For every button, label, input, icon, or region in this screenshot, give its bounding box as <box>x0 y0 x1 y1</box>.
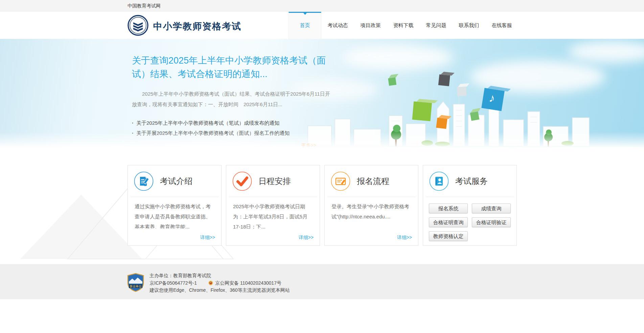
more-link[interactable]: 更多>> <box>132 143 316 147</box>
feature-cards: 考试介绍 通过实施中小学教师资格考试，考查申请人是否具备教师职业道德、基本素养、… <box>128 165 517 246</box>
police-badge-icon <box>208 281 213 285</box>
card-text: 登录。考生登录“中小学教师资格考试”(http://ntce.neea.edu.… <box>325 197 418 229</box>
badge-label: 事业单位 <box>130 285 142 288</box>
city-skyline-illustration <box>304 95 602 146</box>
card-text: 2025年中小学教师资格考试日期为：上半年笔试3月8日，面试5月17-18日；下… <box>226 197 320 229</box>
police-number: 京公网安备 11040202430017号 <box>215 280 281 287</box>
site-title: 中小学教师资格考试 <box>153 20 242 32</box>
card-title: 报名流程 <box>357 176 389 187</box>
nav-item-faq[interactable]: 常见问题 <box>420 12 453 39</box>
nav-item-home[interactable]: 首页 <box>289 12 321 39</box>
detail-link[interactable]: 详细>> <box>397 235 412 241</box>
top-utility-bar: 中国教育考试网 <box>0 0 644 11</box>
logo-book-icon <box>128 15 148 36</box>
checkmark-icon <box>232 171 252 191</box>
nav-item-online-service[interactable]: 在线客服 <box>485 12 518 39</box>
news-list: ·关于2025年上半年中小学教师资格考试（笔试）成绩发布的通知 ·关于开展202… <box>132 118 328 138</box>
teacher-qualification-button[interactable]: 教师资格认定 <box>429 231 468 241</box>
footer-info: 主办单位：教育部教育考试院 京ICP备05064772号-1 京公网安备 110… <box>150 272 290 294</box>
icp-line: 京ICP备05064772号-1 京公网安备 11040202430017号 <box>150 280 290 287</box>
detail-link[interactable]: 详细>> <box>299 235 314 241</box>
hero-announcement: 关于查询2025年上半年中小学教师资格考试（面试）结果、考试合格证明的通知...… <box>132 54 328 147</box>
page: 中国教育考试网 中小学教师资格考试 首页 考试动态 项目政策 资料下载 <box>0 0 644 333</box>
card-schedule: 日程安排 2025年中小学教师资格考试日期为：上半年笔试3月8日，面试5月17-… <box>226 165 320 246</box>
card-header: 考试服务 <box>423 165 516 197</box>
bush-illustration <box>421 140 433 146</box>
main-nav: 首页 考试动态 项目政策 资料下载 常见问题 联系我们 在线客服 <box>289 12 518 39</box>
card-title: 日程安排 <box>258 176 291 187</box>
bush-illustration <box>435 142 450 146</box>
card-text: 通过实施中小学教师资格考试，考查申请人是否具备教师职业道德、基本素养、教育教学能… <box>128 197 221 229</box>
nav-item-policies[interactable]: 项目政策 <box>354 12 387 39</box>
public-institution-badge-icon: 事业单位 <box>127 273 144 292</box>
card-header: 日程安排 <box>226 165 320 197</box>
card-exam-services: 考试服务 报名系统 成绩查询 合格证明查询 合格证明验证 教师资格认定 <box>423 165 517 246</box>
site-logo[interactable]: 中小学教师资格考试 <box>128 15 297 36</box>
site-header: 中小学教师资格考试 首页 考试动态 项目政策 资料下载 常见问题 联系我们 在线… <box>0 12 644 39</box>
bush-illustration <box>561 141 574 146</box>
news-item[interactable]: ·关于开展2025年上半年中小学教师资格考试（面试）报名工作的通知 <box>132 128 328 138</box>
card-header: 报名流程 <box>325 165 418 197</box>
card-title: 考试服务 <box>455 176 488 187</box>
nav-item-downloads[interactable]: 资料下载 <box>387 12 420 39</box>
bullet-icon: · <box>132 120 134 126</box>
icp-number: 京ICP备05064772号-1 <box>150 280 197 287</box>
site-footer: 事业单位 主办单位：教育部教育考试院 京ICP备05064772号-1 京公网安… <box>0 264 644 299</box>
active-tab-pointer-icon <box>303 13 307 17</box>
announcement-title-link[interactable]: 关于查询2025年上半年中小学教师资格考试（面试）结果、考试合格证明的通知... <box>132 54 328 81</box>
doc-pencil-icon <box>134 171 154 191</box>
nav-item-exam-news[interactable]: 考试动态 <box>321 12 354 39</box>
cloud <box>568 41 644 63</box>
card-header: 考试介绍 <box>128 165 221 197</box>
nav-item-contact[interactable]: 联系我们 <box>453 12 485 39</box>
news-item[interactable]: ·关于2025年上半年中小学教师资格考试（笔试）成绩发布的通知 <box>132 118 328 128</box>
registration-system-button[interactable]: 报名系统 <box>429 204 468 213</box>
certificate-verification-button[interactable]: 合格证明验证 <box>472 217 511 227</box>
announcement-summary: 2025年上半年中小学教师资格考试（面试）结果、考试合格证明于2025年6月11… <box>132 89 331 110</box>
card-title: 考试介绍 <box>160 176 192 187</box>
organizer-line: 主办单位：教育部教育考试院 <box>150 272 290 280</box>
notebook-person-icon <box>429 171 449 191</box>
detail-link[interactable]: 详细>> <box>200 235 215 241</box>
parent-site-link[interactable]: 中国教育考试网 <box>128 0 161 11</box>
id-card-icon <box>331 171 350 191</box>
bullet-icon: · <box>132 130 134 136</box>
cloud <box>342 45 453 70</box>
certificate-inquiry-button[interactable]: 合格证明查询 <box>429 217 468 227</box>
card-registration-flow: 报名流程 登录。考生登录“中小学教师资格考试”(http://ntce.neea… <box>324 165 418 246</box>
service-buttons: 报名系统 成绩查询 合格证明查询 合格证明验证 教师资格认定 <box>423 197 516 241</box>
score-inquiry-button[interactable]: 成绩查询 <box>472 204 511 213</box>
browser-advice-line: 建议您使用Edge、Chrome、Firefox、360等主流浏览器浏览本网站 <box>150 287 290 294</box>
hero-banner: ♪ 关于查询2025年上半年中小学教师资格考试（面试）结果、考试合格证明的通知.… <box>0 39 644 147</box>
card-exam-intro: 考试介绍 通过实施中小学教师资格考试，考查申请人是否具备教师职业道德、基本素养、… <box>128 165 222 246</box>
